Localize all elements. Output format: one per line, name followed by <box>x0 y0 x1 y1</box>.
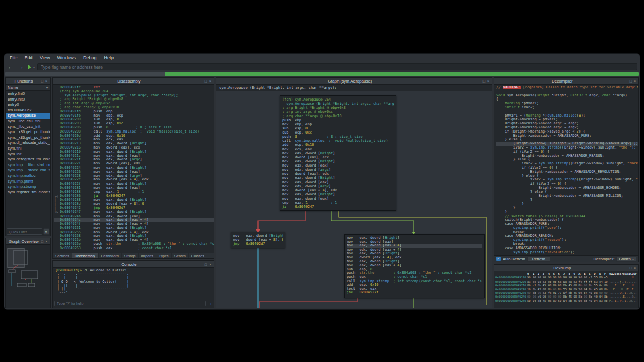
graph-asm-line[interactable]: mov dword [eax + 4], edx <box>347 256 482 260</box>
decompiler-line[interactable]: } else { <box>496 174 638 178</box>
asm-line[interactable]: │0x08049238 mov eax, dword [Bright] <box>54 198 214 202</box>
function-item[interactable]: sym.fini <box>6 146 50 152</box>
console-line[interactable]: [0x080491fd]> ?E Welcome to Cutter! <box>55 269 211 272</box>
graph-asm-line[interactable]: push ebp <box>282 118 394 122</box>
functions-column-header[interactable]: Name ▾ <box>6 85 50 91</box>
graph-asm-line[interactable]: mov edx, dword [argc] <box>282 168 394 172</box>
decompiler-line[interactable]: Bright->ambassador = AMBASSADOR_ECHOES; <box>496 186 638 190</box>
asm-line[interactable]: 0x0804924f mov edx, dword [eax + 4] <box>54 222 214 226</box>
decompiler-line[interactable]: sym.imp.printf("reason"); <box>496 238 638 242</box>
graph-asm-line[interactable]: mov eax, dword [Bright] <box>347 260 482 264</box>
asm-line[interactable]: 0x08049231 mov eax, dword [eax] <box>54 186 214 190</box>
asm-line[interactable]: sym.Aeropause (Bright *Bright, int argc,… <box>54 94 214 98</box>
function-item[interactable]: sym._libc_csu_init <box>6 124 50 130</box>
asm-line[interactable]: 0x08049251 mov eax, dword [Bright] <box>54 226 214 231</box>
decompiler-line[interactable]: { <box>496 97 638 102</box>
asm-line[interactable]: 0x080491fc ret <box>54 86 214 90</box>
asm-line[interactable]: 0x08049258 mov eax, dword [Bright] <box>54 234 214 238</box>
graph-asm-line[interactable]: sub esp, 8 <box>282 126 394 130</box>
graph-node-entry[interactable]: (fcn) sym.Aeropause 264 sym.Aeropause (B… <box>280 95 396 211</box>
float-icon[interactable]: □ <box>629 266 633 270</box>
decompiler-line[interactable]: // switch table (5 cases) at 0x804a044 <box>496 215 638 219</box>
hex-row[interactable]: 0x000000000804925050 04 8b 45 08 89 50 0… <box>495 299 637 303</box>
function-item[interactable]: sym.imp.__stack_chk_fail <box>6 168 50 173</box>
menu-windows[interactable]: Windows <box>53 55 79 61</box>
graph-asm-line[interactable]: add esp, 0x10 <box>282 143 394 147</box>
graph-overview-minimap[interactable] <box>6 245 50 308</box>
menu-edit[interactable]: Edit <box>21 55 37 61</box>
function-item[interactable]: entry.init0 <box>6 97 50 103</box>
asm-line[interactable]: 0x08049219 mov eax, dword [Bright] <box>54 150 214 154</box>
graph-asm-line[interactable]: sym.Aeropause (Bright *Bright, int argc,… <box>282 102 394 106</box>
tab-dashboard[interactable]: Dashboard <box>99 253 122 258</box>
decompiler-line[interactable]: Bright->ambassador = AMBASSADOR_PURE; <box>496 134 638 138</box>
float-icon[interactable]: □ <box>40 79 44 83</box>
close-icon[interactable]: × <box>44 79 49 83</box>
asm-line[interactable]: 0x08049221 mov dword [eax], edx <box>54 162 214 166</box>
tab-types[interactable]: Types <box>156 253 172 258</box>
close-icon[interactable]: × <box>208 262 212 266</box>
decompiler-line[interactable]: Bright->ambassador = AMBASSADOR_REVOLUTI… <box>496 170 638 174</box>
graph-asm-line[interactable]: (fcn) sym.Aeropause 264 <box>282 97 394 102</box>
asm-line[interactable]: 0x0804924a mov eax, dword [eax] <box>54 215 214 219</box>
console-line[interactable]: | || `------------------------' <box>55 287 211 291</box>
graph-asm-line[interactable]: jne 0x804927f <box>347 291 482 295</box>
decompiler-line[interactable]: Bright->morning->saved_argc = argc; <box>496 122 638 126</box>
decompiler-line[interactable]: sym.imp.printf("revolution"); <box>496 251 638 255</box>
graph-asm-line[interactable]: call sym.imp.strcmp ; int strcmp(const c… <box>347 279 482 284</box>
decompiler-line[interactable]: break; <box>496 242 638 246</box>
graph-asm-line[interactable]: mov eax, dword [eax] <box>347 240 482 244</box>
decompiler-line[interactable]: if (Bright->morning->saved_argc < 2) { <box>496 130 638 134</box>
asm-line[interactable]: ; arg Bright *Bright @ ebp+0x8 <box>54 97 214 102</box>
graph-asm-line[interactable]: mov eax, dword [Bright] <box>347 252 482 256</box>
decompiler-line[interactable]: } else { <box>496 138 638 142</box>
asm-line[interactable]: 0x0804925b mov eax, dword [eax + 4] <box>54 238 214 242</box>
console-line[interactable]: | _| | | <box>55 276 211 279</box>
graph-asm-line[interactable]: jmp 0x80492d7 <box>233 242 283 246</box>
function-item[interactable]: sym.imp.printf <box>6 179 50 185</box>
decompiler-engine-select[interactable]: Ghidra ▾ <box>616 256 636 262</box>
close-icon[interactable]: × <box>44 240 49 243</box>
asm-line[interactable]: │0x0804923d mov dword [eax + 8], 0 <box>54 202 214 206</box>
graph-asm-line[interactable]: mov eax, dword [Bright] <box>282 159 394 163</box>
graph-asm-line[interactable]: mov eax, dword [eax] <box>282 163 394 168</box>
asm-line[interactable]: ; arg char **argv @ ebp+0x10 <box>54 106 214 110</box>
graph-asm-line[interactable]: push eax ; const char *s1 <box>347 275 482 279</box>
decompiler-line[interactable] <box>496 110 638 114</box>
decompiler-line[interactable]: if (iVar2 == 0) { <box>496 182 638 186</box>
seek-bar[interactable] <box>5 72 639 76</box>
quick-filter-clear-button[interactable]: x <box>43 228 49 235</box>
function-item[interactable]: sym.Aeropause <box>6 113 50 119</box>
menu-debug[interactable]: Debug <box>79 55 101 61</box>
seekbar-segment-unmapped[interactable] <box>5 72 165 76</box>
hex-row[interactable]: 0x000000000804920083 ec 08 83 ec 0c 6a 0… <box>495 280 637 284</box>
decompiler-line[interactable]: switch(Bright->ambassador) { <box>496 218 638 222</box>
console-line[interactable]: | || | | <box>55 284 211 287</box>
graph-asm-line[interactable]: cmp eax, 1 ; 1 <box>282 201 394 205</box>
graph-canvas[interactable]: sym.Aeropause (Bright *Bright, int argc,… <box>216 85 492 308</box>
decompiler-line[interactable]: iVar2 = sym.imp.strcmp((Bright->window).… <box>496 146 638 150</box>
asm-line[interactable]: 0x08049216 mov dword [eax], ecx <box>54 146 214 150</box>
asm-line[interactable]: 0x0804924c mov eax, dword [eax + 4] <box>54 218 214 222</box>
decompiler-line[interactable]: Bright->ambassador = AMBASSADOR_MILLION; <box>496 194 638 199</box>
asm-line[interactable]: 0x0804925e push str.the ; 0x804a008 ; "t… <box>54 242 214 246</box>
graph-asm-line[interactable]: mov eax, dword [eax] <box>282 196 394 201</box>
decompiler-line[interactable]: // WARNING: [r2ghidra] Failed to match t… <box>496 86 638 90</box>
asm-line[interactable]: 0x08049255 mov dword [eax + 4], edx <box>54 231 214 235</box>
graph-asm-line[interactable]: mov dword [eax + 4], edx <box>282 188 394 192</box>
seek-forward-icon[interactable]: ▾ <box>27 64 35 70</box>
function-item[interactable]: sym.imp.strcmp <box>6 184 50 190</box>
asm-line[interactable]: 0x08049208 call sym.imp.malloc ; void *m… <box>54 130 214 134</box>
asm-line[interactable]: ┌<0x08049236 ja 0x8049247 <box>54 194 214 199</box>
decompiler-line[interactable]: Bright->ambassador = AMBASSADOR_REASON; <box>496 154 638 158</box>
decompiler-line[interactable]: pMVar1 = (Morning *)sym.imp.malloc(8); <box>496 114 638 118</box>
graph-asm-line[interactable]: mov dword [eax + 8], 0 <box>233 238 283 242</box>
asm-line[interactable]: 0x0804922c mov dword [eax + 4], edx <box>54 178 214 182</box>
function-item[interactable]: sym.imp.malloc <box>6 173 50 179</box>
float-icon[interactable]: □ <box>40 240 44 243</box>
asm-line[interactable]: 0x08049233 cmp eax, 1 ; 1 <box>54 190 214 194</box>
function-item[interactable]: sym.dl_relocate_static_pie <box>6 140 50 146</box>
function-item[interactable]: sym.deregister_tm_clones <box>6 157 50 162</box>
graph-asm-line[interactable]: mov ebp, esp <box>282 122 394 126</box>
graph-asm-line[interactable]: ja 0x8049247 <box>282 205 394 209</box>
